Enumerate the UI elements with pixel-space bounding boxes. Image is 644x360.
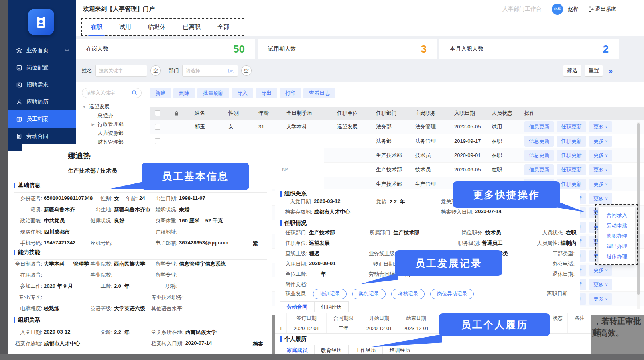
filter-row: 姓名 空 部门 请选择 空 筛选 重置 » [76,64,644,77]
more-button[interactable]: 更多 [589,136,612,147]
cell-job: 生产管理 [408,177,447,191]
position-icon [16,65,22,71]
cell-job: 技术员 [408,163,447,177]
cell-job: 法务管理 [408,120,447,134]
more-button[interactable]: 更多 [589,279,612,290]
org-picker-icon [228,68,234,73]
toolbar-button[interactable]: 打印 [280,88,301,98]
col-job: 主岗职务 [408,107,447,120]
more-button[interactable]: 更多 [589,193,612,204]
expand-filters-icon[interactable]: » [609,66,613,75]
row-checkbox[interactable] [155,138,160,144]
logout-icon [588,6,594,12]
cell-name: 祁玉 [187,120,221,134]
info-update-button[interactable]: 信息更新 [524,164,554,175]
info-update-button[interactable]: 信息更新 [524,136,554,147]
sidebar-item-recruit-demand[interactable]: 招聘需求 [8,76,76,93]
tree-node[interactable]: ▶ 行政管理部 [82,120,148,129]
tab-near-retirement[interactable]: 临退休 [148,23,166,31]
toolbar-button[interactable]: 批量刷新 [197,88,229,98]
col-gender: 性别 [221,107,251,120]
contract-icon [16,133,22,140]
toolbar-button[interactable]: 新建 [150,88,171,98]
table-row: 祁玉 女 31 大学本科 远望发展 法务部 法务管理 2022-05-05 试用… [150,120,644,134]
info-update-button[interactable]: 信息更新 [524,121,554,132]
tab-labor-contract[interactable]: 劳动合同 [280,301,314,312]
tree-search-input[interactable] [86,90,128,96]
record-pill-button[interactable]: 奖惩记录 [352,289,386,299]
stat-value-probation: 3 [421,43,427,55]
tree-search[interactable] [82,88,142,98]
field-row: 籍贯:新疆乌鲁木齐 出生地:新疆乌鲁木齐市 婚姻状况:未婚 [14,204,269,215]
filter-button[interactable]: 筛选 [563,65,581,77]
user-name: 赵桦 [568,6,578,13]
dept-select[interactable]: 请选择 [182,65,238,77]
logout-button[interactable]: 退出系统 [588,6,616,13]
cell-hire-date: 2019-09-17 [447,134,484,148]
callout-personal-resume: 员工个人履历 [439,313,550,336]
col-hire-date: 入职日期 [447,107,484,120]
record-pill-button[interactable]: 考核记录 [391,289,425,299]
reset-button[interactable]: 重置 [585,65,603,77]
career-development-label: 职业发展: [281,290,309,297]
callout-quick-actions: 更多快捷操作 [453,181,560,208]
sidebar-item-labor-contract[interactable]: 劳动合同 [8,128,76,145]
layers-icon [16,47,22,54]
divider [583,6,583,12]
tree-node[interactable]: 总经办 [82,111,148,120]
field-row: 参加工作:2020 年 9 月 工龄:2.0 年 职称: [14,281,269,292]
more-button[interactable]: 更多 [589,164,612,175]
desktop-edge-left [0,0,8,360]
record-pill-button[interactable]: 岗位异动记录 [430,289,474,299]
more-button[interactable]: 更多 [589,121,612,132]
stats-row: 在岗人数 50 试用期人数 3 本月入职人数 2 [76,39,619,59]
sidebar-item-employee-archive[interactable]: 员工档案 [8,110,76,128]
cell-status: 在职 [484,148,518,162]
toolbar-button[interactable]: 导入 [232,88,253,98]
cell-job: 法务管理 [408,134,447,148]
tab-job-history[interactable]: 任职经历 [314,301,349,312]
more-button[interactable]: 更多 [589,179,612,190]
desktop-caption-line2: 更高效。 [592,328,624,338]
org-tree: ▼ 远望发展 总经办 ▶ 行政管理部 [82,88,148,146]
row-checkbox[interactable] [155,124,160,130]
tree-arrow-icon[interactable]: ▶ [91,122,95,126]
record-pill-button[interactable]: 培训记录 [313,289,347,299]
tab-all[interactable]: 全部 [217,23,229,31]
tab-active-employees[interactable]: 在职 [91,23,102,31]
field-row: 专业/专长: 专业技术职务: [14,292,269,303]
job-update-button[interactable]: 任职更新 [557,164,586,175]
cell-gender: 女 [221,120,251,134]
toolbar-button[interactable]: 删除 [173,88,195,98]
job-update-button[interactable]: 任职更新 [557,121,586,132]
name-search-input[interactable] [95,65,147,77]
clear-name-button[interactable]: 空 [150,65,161,76]
field-row: 入党日期:2020-03-12 党龄:2.2 年 党关系所在地:西南民族大学 [14,327,269,338]
sidebar-item-business-home[interactable]: 业务首页 [8,42,76,59]
info-update-button[interactable]: 信息更新 [524,150,554,161]
avatar[interactable]: 赵桦 [552,4,563,15]
more-button[interactable]: 更多 [589,293,612,305]
tree-node[interactable]: 人力资源部 [82,129,148,138]
more-button[interactable]: 更多 [589,265,612,276]
section-org-relation: 组织关系 [14,317,267,327]
clear-dept-button[interactable]: 空 [241,65,252,76]
callout-development-records: 员工发展记录 [395,250,502,276]
cell-department: 法务部 [369,120,408,134]
sidebar-item-applicant-resume[interactable]: 应聘简历 [8,93,76,110]
job-update-button[interactable]: 任职更新 [557,150,586,161]
job-update-button[interactable]: 任职更新 [557,136,586,147]
tree-node[interactable]: ▼ 远望发展 [82,102,148,111]
cell-hire-date: 2020-09-01 [447,148,484,162]
tab-probation[interactable]: 试用 [119,23,131,31]
tab-resigned[interactable]: 已离职 [183,23,201,31]
cell-department: 法务部 [369,134,408,148]
sidebar-item-position-config[interactable]: 岗位配置 [8,59,76,76]
job-update-button[interactable]: 任职更新 [557,179,586,190]
tree-arrow-icon[interactable]: ▼ [82,105,87,109]
col-education: 全日制学历 [279,107,330,120]
toolbar-button[interactable]: 查看日志 [303,88,335,98]
more-button[interactable]: 更多 [589,150,612,161]
toolbar-button[interactable]: 导出 [256,88,277,98]
select-all-checkbox[interactable] [155,110,160,116]
